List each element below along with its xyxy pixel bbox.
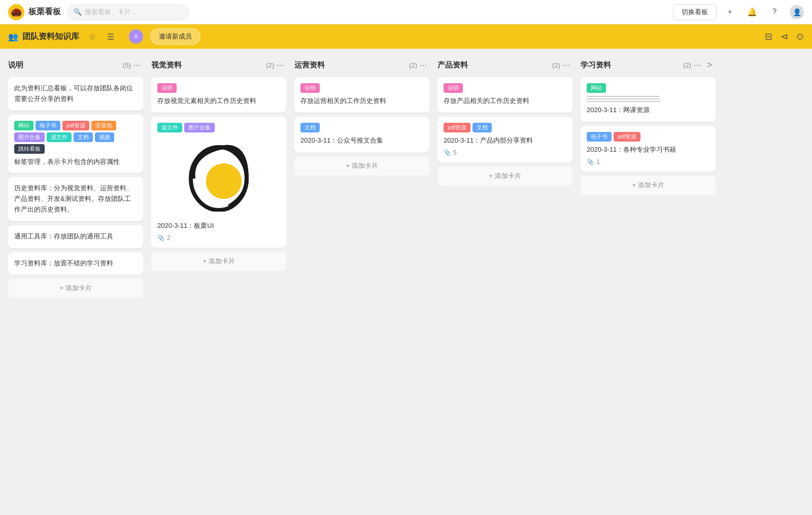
card-text-lr-1: 2020-3-11：网课资源 xyxy=(587,105,709,116)
column-title-shuo-ming: 说明 xyxy=(8,60,121,70)
board-title-text: 团队资料知识库 xyxy=(22,31,79,42)
tag-视频: 视频 xyxy=(95,132,114,142)
board-header: 👥 团队资料知识库 ☆ ☰ A 邀请新成员 ⊟ ⊲ ⊙ xyxy=(0,24,812,49)
add-card-btn-visual[interactable]: + 添加卡片 xyxy=(151,252,286,271)
column-count-visual: (2) xyxy=(266,61,274,69)
filter-icon[interactable]: ⊟ xyxy=(765,31,772,42)
column-header-product: 产品资料(2)··· xyxy=(437,57,572,73)
board-area: 说明(5)···此为资料汇总看板，可以存放团队各岗位需要公开分享的资料网站电子书… xyxy=(0,49,812,515)
tag-pdf资源: pdf资源 xyxy=(62,121,89,130)
search-placeholder: 搜索看板、卡片... xyxy=(85,8,137,17)
top-nav: 🌰 板栗看板 🔍 搜索看板、卡片... 切换看板 ＋ 🔔 ？ 👤 xyxy=(0,0,812,24)
logo: 🌰 板栗看板 xyxy=(8,4,61,20)
column-title-product: 产品资料 xyxy=(437,60,550,70)
add-card-btn-learning[interactable]: + 添加卡片 xyxy=(581,176,716,195)
list-icon[interactable]: ☰ xyxy=(104,29,118,44)
tag-说明: 说明 xyxy=(300,83,320,93)
card-tags-op-2: 文档 xyxy=(300,123,423,132)
add-icon[interactable]: ＋ xyxy=(723,5,737,19)
card-pr-1[interactable]: 说明存放产品相关的工作历史资料 xyxy=(437,77,572,113)
search-icon: 🔍 xyxy=(74,8,82,16)
tag-图片合集: 图片合集 xyxy=(184,123,215,132)
avatar: A xyxy=(128,28,144,45)
tag-文档: 文档 xyxy=(300,123,320,132)
user-avatar[interactable]: 👤 xyxy=(790,5,804,19)
column-menu-learning[interactable]: ··· xyxy=(691,59,703,71)
column-menu-shuo-ming[interactable]: ··· xyxy=(131,59,143,71)
card-text-sm-1: 此为资料汇总看板，可以存放团队各岗位需要公开分享的资料 xyxy=(14,83,137,105)
notification-icon[interactable]: 🔔 xyxy=(745,5,759,19)
column-menu-product[interactable]: ··· xyxy=(560,59,572,71)
column-operations: 运营资料(2)···说明存放运营相关的工作历史资料文档2020-3-11：公众号… xyxy=(294,57,429,507)
tag-源文件: 源文件 xyxy=(47,132,72,142)
card-tags-op-1: 说明 xyxy=(300,83,423,93)
card-text-op-1: 存放运营相关的工作历史资料 xyxy=(300,96,423,107)
card-tags-lr-2: 电子书pdf资源 xyxy=(587,132,709,142)
tag-安装包: 安装包 xyxy=(91,121,116,130)
column-title-operations: 运营资料 xyxy=(294,60,407,70)
column-header-operations: 运营资料(2)··· xyxy=(294,57,429,73)
column-learning: 学习资料(2)···>网站2020-3-11：网课资源电子书pdf资源2020-… xyxy=(581,57,716,507)
search-box[interactable]: 🔍 搜索看板、卡片... xyxy=(67,4,189,20)
card-tags-v-2: 源文件图片合集 xyxy=(157,123,280,132)
column-menu-operations[interactable]: ··· xyxy=(417,59,429,71)
card-text-sm-2: 标签管理，表示卡片包含的内容属性 xyxy=(14,157,137,167)
column-count-product: (2) xyxy=(552,61,560,69)
column-count-learning: (2) xyxy=(683,61,691,69)
share-icon[interactable]: ⊲ xyxy=(781,31,788,42)
card-text-sm-5: 学习资料库：放置不错的学习资料 xyxy=(14,258,137,269)
card-v-1[interactable]: 说明存放视觉元素相关的工作历史资料 xyxy=(151,77,286,113)
add-card-btn-operations[interactable]: + 添加卡片 xyxy=(294,156,429,176)
cards-container-learning: 网站2020-3-11：网课资源电子书pdf资源2020-3-11：各种专业学习… xyxy=(581,77,716,171)
column-title-learning: 学习资料 xyxy=(581,60,681,70)
tag-网站: 网站 xyxy=(14,121,33,130)
attachment-count: 1 xyxy=(596,158,600,165)
star-icon[interactable]: ☆ xyxy=(85,29,99,44)
column-extra-menu-learning[interactable]: > xyxy=(703,59,716,71)
card-lr-1[interactable]: 网站2020-3-11：网课资源 xyxy=(581,77,716,122)
clock-icon[interactable]: ⊙ xyxy=(796,31,804,42)
tag-文档: 文档 xyxy=(74,132,93,142)
card-image-v-2 xyxy=(157,135,280,217)
avatar-group: A xyxy=(128,28,144,45)
switch-board-button[interactable]: 切换看板 xyxy=(673,4,717,20)
card-text-pr-2: 2020-3-11：产品内部分享资料 xyxy=(444,135,566,146)
tag-pdf资源: pdf资源 xyxy=(444,123,470,132)
card-sm-5[interactable]: 学习资料库：放置不错的学习资料 xyxy=(8,252,143,275)
card-meta-v-2: 📎2 xyxy=(157,234,280,242)
attachment-count: 2 xyxy=(167,234,171,242)
card-sm-2[interactable]: 网站电子书pdf资源安装包图片合集源文件文档视频跳转看板标签管理，表示卡片包含的… xyxy=(8,115,143,174)
column-count-operations: (2) xyxy=(409,61,417,69)
team-icon: 👥 xyxy=(8,32,18,42)
tag-说明: 说明 xyxy=(157,83,177,93)
card-sm-3[interactable]: 历史资料库：分为视觉资料、运营资料、产品资料、开发&测试资料。存放团队工作产出的… xyxy=(8,177,143,221)
card-tags-v-1: 说明 xyxy=(157,83,280,93)
card-op-2[interactable]: 文档2020-3-11：公众号推文合集 xyxy=(294,117,429,152)
board-header-right: ⊟ ⊲ ⊙ xyxy=(765,31,804,42)
card-text-lr-2: 2020-3-11：各种专业学习书籍 xyxy=(587,145,709,155)
attachment-count: 5 xyxy=(453,149,457,156)
column-menu-visual[interactable]: ··· xyxy=(274,59,286,71)
invite-button[interactable]: 邀请新成员 xyxy=(150,28,200,45)
card-text-v-2: 2020-3-11：板栗UI xyxy=(157,221,280,231)
tag-说明: 说明 xyxy=(444,83,463,93)
card-sm-4[interactable]: 通用工具库：存放团队的通用工具 xyxy=(8,225,143,248)
help-icon[interactable]: ？ xyxy=(767,5,782,19)
cards-container-shuo-ming: 此为资料汇总看板，可以存放团队各岗位需要公开分享的资料网站电子书pdf资源安装包… xyxy=(8,77,143,274)
card-op-1[interactable]: 说明存放运营相关的工作历史资料 xyxy=(294,77,429,113)
card-meta-lr-2: 📎1 xyxy=(587,158,709,165)
cards-container-visual: 说明存放视觉元素相关的工作历史资料源文件图片合集 2020-3-11：板栗UI📎… xyxy=(151,77,286,248)
card-lr-2[interactable]: 电子书pdf资源2020-3-11：各种专业学习书籍📎1 xyxy=(581,126,716,171)
tag-跳转看板: 跳转看板 xyxy=(14,144,45,154)
card-tags-sm-2: 网站电子书pdf资源安装包图片合集源文件文档视频跳转看板 xyxy=(14,121,137,154)
card-pr-2[interactable]: pdf资源文档2020-3-11：产品内部分享资料📎5 xyxy=(437,117,572,162)
card-sm-1[interactable]: 此为资料汇总看板，可以存放团队各岗位需要公开分享的资料 xyxy=(8,77,143,111)
board-title: 👥 团队资料知识库 xyxy=(8,31,79,42)
add-card-btn-shuo-ming[interactable]: + 添加卡片 xyxy=(8,279,143,298)
column-header-shuo-ming: 说明(5)··· xyxy=(8,57,143,73)
add-card-btn-product[interactable]: + 添加卡片 xyxy=(437,166,572,186)
attachment-icon: 📎 xyxy=(444,149,451,156)
card-v-2[interactable]: 源文件图片合集 2020-3-11：板栗UI📎2 xyxy=(151,117,286,248)
nav-icons: ＋ 🔔 ？ 👤 xyxy=(723,5,804,19)
tag-电子书: 电子书 xyxy=(36,121,60,130)
